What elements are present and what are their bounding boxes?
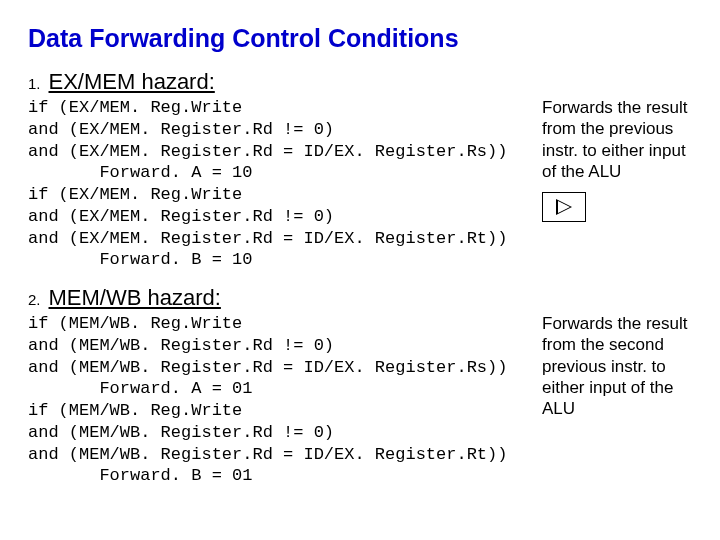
section-number: 1. — [28, 75, 41, 92]
heading-row: 2. MEM/WB hazard: — [28, 285, 534, 311]
triangle-icon — [556, 199, 572, 215]
section-mem-wb: 2. MEM/WB hazard: if (MEM/WB. Reg.Write … — [28, 285, 692, 487]
section-right: Forwards the result from the second prev… — [542, 285, 692, 419]
section-left: 2. MEM/WB hazard: if (MEM/WB. Reg.Write … — [28, 285, 534, 487]
section-number: 2. — [28, 291, 41, 308]
code-block: if (EX/MEM. Reg.Write and (EX/MEM. Regis… — [28, 97, 534, 271]
annotation-text: Forwards the result from the second prev… — [542, 313, 692, 419]
section-heading: MEM/WB hazard: — [49, 285, 221, 311]
section-ex-mem: 1. EX/MEM hazard: if (EX/MEM. Reg.Write … — [28, 69, 692, 271]
code-block: if (MEM/WB. Reg.Write and (MEM/WB. Regis… — [28, 313, 534, 487]
forward-icon — [542, 192, 586, 222]
heading-row: 1. EX/MEM hazard: — [28, 69, 534, 95]
section-left: 1. EX/MEM hazard: if (EX/MEM. Reg.Write … — [28, 69, 534, 271]
section-right: Forwards the result from the previous in… — [542, 69, 692, 230]
page-title: Data Forwarding Control Conditions — [28, 24, 692, 53]
section-heading: EX/MEM hazard: — [49, 69, 215, 95]
annotation-text: Forwards the result from the previous in… — [542, 97, 692, 182]
